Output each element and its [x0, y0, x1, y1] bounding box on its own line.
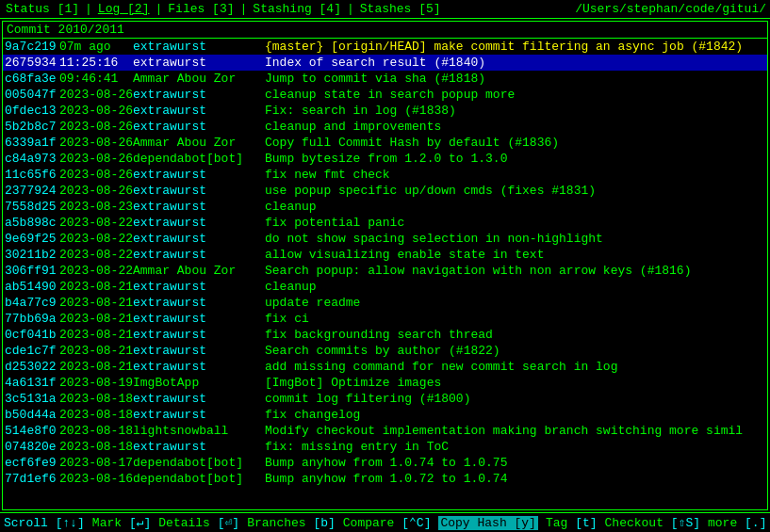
commit-hash: c68fa3e	[5, 72, 59, 86]
commit-hash: 0fdec13	[5, 104, 59, 118]
commit-message: fix: missing entry in ToC	[265, 440, 765, 454]
commit-row[interactable]: 005047f2023-08-26extrawurstcleanup state…	[3, 87, 767, 103]
commit-author: extrawurst	[133, 248, 265, 262]
commit-row[interactable]: 0cf041b2023-08-21extrawurstfix backgroun…	[3, 327, 767, 343]
scroll-control[interactable]: Scroll [↑↓]	[4, 516, 85, 530]
commit-row[interactable]: b50d44a2023-08-18extrawurstfix changelog	[3, 407, 767, 423]
commit-hash: d253022	[5, 360, 59, 374]
commit-row[interactable]: ab514902023-08-21extrawurstcleanup	[3, 279, 767, 295]
copy-hash-control[interactable]: Copy Hash [y]	[438, 516, 537, 530]
commit-time: 09:46:41	[59, 72, 133, 86]
commit-time: 2023-08-26	[59, 88, 133, 102]
commit-message: use popup specific up/down cmds (fixes #…	[265, 184, 765, 198]
commit-message: fix potential panic	[265, 216, 765, 230]
commit-time: 2023-08-17	[59, 456, 133, 470]
commit-time: 2023-08-26	[59, 184, 133, 198]
commit-author: extrawurst	[133, 216, 265, 230]
commit-time: 2023-08-22	[59, 232, 133, 246]
commit-row[interactable]: 6339a1f2023-08-26Ammar Abou ZorCopy full…	[3, 135, 767, 151]
commit-time: 11:25:16	[59, 56, 133, 70]
commit-time: 2023-08-16	[59, 472, 133, 486]
more-control[interactable]: more [.]	[708, 516, 766, 530]
commit-hash: 005047f	[5, 88, 59, 102]
nav-status[interactable]: Status [1]	[4, 2, 81, 16]
commit-row[interactable]: c84a9732023-08-26dependabot[bot]Bump byt…	[3, 151, 767, 167]
commit-hash: 0cf041b	[5, 328, 59, 342]
commit-author: extrawurst	[133, 296, 265, 310]
commit-hash: 306ff91	[5, 264, 59, 278]
commit-row[interactable]: 514e8f02023-08-18lightsnowballModify che…	[3, 423, 767, 439]
commit-time: 2023-08-21	[59, 360, 133, 374]
commit-row[interactable]: 4a6131f2023-08-19ImgBotApp[ImgBot] Optim…	[3, 375, 767, 391]
nav-stashing[interactable]: Stashing [4]	[251, 2, 343, 16]
commit-time: 2023-08-23	[59, 200, 133, 214]
commit-hash: cde1c7f	[5, 344, 59, 358]
commit-row[interactable]: b4a77c92023-08-21extrawurstupdate readme	[3, 295, 767, 311]
commit-message: Bump anyhow from 1.0.74 to 1.0.75	[265, 456, 765, 470]
commit-author: extrawurst	[133, 104, 265, 118]
commit-row[interactable]: 5b2b8c72023-08-26extrawurstcleanup and i…	[3, 119, 767, 135]
commit-author: lightsnowball	[133, 424, 265, 438]
nav-path: /Users/stephan/code/gitui/	[575, 2, 766, 16]
commit-author: Ammar Abou Zor	[133, 136, 265, 150]
commit-row[interactable]: 77bb69a2023-08-21extrawurstfix ci	[3, 311, 767, 327]
commit-hash: 9e69f25	[5, 232, 59, 246]
commit-row[interactable]: 9a7c21907m agoextrawurst{master} [origin…	[3, 39, 767, 55]
commit-time: 2023-08-21	[59, 328, 133, 342]
commit-row[interactable]: 0fdec132023-08-26extrawurstFix: search i…	[3, 103, 767, 119]
compare-control[interactable]: Compare [⌃C]	[343, 515, 432, 530]
commit-row[interactable]: 77d1ef62023-08-16dependabot[bot]Bump any…	[3, 471, 767, 487]
nav-stashes[interactable]: Stashes [5]	[358, 2, 443, 16]
checkout-control[interactable]: Checkout [⇧S]	[605, 515, 700, 530]
commit-message: Modify checkout implementation making br…	[265, 424, 765, 438]
commit-author: extrawurst	[133, 56, 265, 70]
commit-row[interactable]: 23779242023-08-26extrawurstuse popup spe…	[3, 183, 767, 199]
commit-author: ImgBotApp	[133, 376, 265, 390]
commit-author: extrawurst	[133, 280, 265, 294]
mark-control[interactable]: Mark [↵]	[92, 515, 151, 530]
commit-message: add missing command for new commit searc…	[265, 360, 765, 374]
commit-row[interactable]: c68fa3e09:46:41Ammar Abou ZorJump to com…	[3, 71, 767, 87]
commit-hash: 2377924	[5, 184, 59, 198]
commit-row[interactable]: 30211b22023-08-22extrawurstallow visuali…	[3, 247, 767, 263]
commit-row[interactable]: cde1c7f2023-08-21extrawurstSearch commit…	[3, 343, 767, 359]
commit-time: 07m ago	[59, 40, 133, 54]
commit-author: dependabot[bot]	[133, 152, 265, 166]
commit-row[interactable]: 3c5131a2023-08-18extrawurstcommit log fi…	[3, 391, 767, 407]
commit-time: 2023-08-26	[59, 168, 133, 182]
commit-author: extrawurst	[133, 184, 265, 198]
app: Status [1] | Log [2] | Files [3] | Stash…	[0, 0, 770, 532]
commit-row[interactable]: d2530222023-08-21extrawurstadd missing c…	[3, 359, 767, 375]
commit-message: Jump to commit via sha (#1818)	[265, 72, 765, 86]
commit-row[interactable]: 7558d252023-08-23extrawurstcleanup	[3, 199, 767, 215]
commit-list[interactable]: 9a7c21907m agoextrawurst{master} [origin…	[3, 39, 767, 509]
commit-row[interactable]: 074820e2023-08-18extrawurstfix: missing …	[3, 439, 767, 455]
commit-row[interactable]: ecf6fe92023-08-17dependabot[bot]Bump any…	[3, 455, 767, 471]
commit-author: dependabot[bot]	[133, 456, 265, 470]
nav-files[interactable]: Files [3]	[166, 2, 236, 16]
nav-log[interactable]: Log [2]	[96, 2, 152, 16]
commit-author: extrawurst	[133, 328, 265, 342]
branches-control[interactable]: Branches [b]	[247, 516, 336, 530]
tag-control[interactable]: Tag [t]	[546, 516, 598, 530]
commit-message: cleanup	[265, 280, 765, 294]
details-control[interactable]: Details [⏎]	[158, 515, 239, 530]
commit-hash: ab51490	[5, 280, 59, 294]
commit-row[interactable]: 11c65f62023-08-26extrawurstfix new fmt c…	[3, 167, 767, 183]
commit-row[interactable]: a5b898c2023-08-22extrawurstfix potential…	[3, 215, 767, 231]
commit-time: 2023-08-21	[59, 296, 133, 310]
commit-row[interactable]: 9e69f252023-08-22extrawurstdo not show s…	[3, 231, 767, 247]
commit-message: cleanup	[265, 200, 765, 214]
commit-row[interactable]: 267593411:25:16extrawurstIndex of search…	[3, 55, 767, 71]
commit-message: fix ci	[265, 312, 765, 326]
commit-author: extrawurst	[133, 200, 265, 214]
commit-message: do not show spacing selection in non-hig…	[265, 232, 765, 246]
commit-hash: 074820e	[5, 440, 59, 454]
commit-message: cleanup and improvements	[265, 120, 765, 134]
bottom-bar: Scroll [↑↓] Mark [↵] Details [⏎] Branche…	[0, 512, 770, 532]
commit-time: 2023-08-21	[59, 312, 133, 326]
commit-author: extrawurst	[133, 168, 265, 182]
commit-row[interactable]: 306ff912023-08-22Ammar Abou ZorSearch po…	[3, 263, 767, 279]
commit-hash: 4a6131f	[5, 376, 59, 390]
commit-author: extrawurst	[133, 360, 265, 374]
